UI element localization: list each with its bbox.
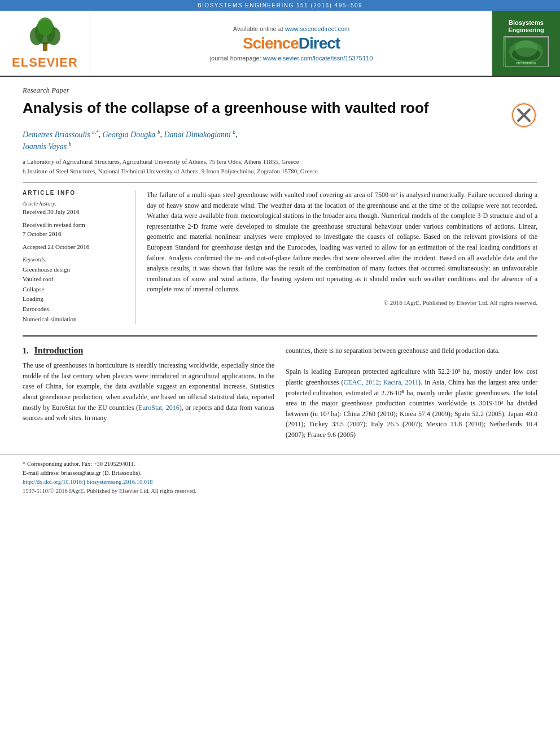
- email-note: E-mail address: briassou@aua.gr (D. Bria…: [23, 469, 537, 478]
- corresponding-author-note: * Corresponding author. Fax: +30 2105294…: [23, 460, 537, 469]
- author-vayas-sup: b: [69, 141, 72, 147]
- article-body: ARTICLE INFO Article history: Received 3…: [23, 190, 537, 324]
- accepted-date: Accepted 24 October 2016: [23, 243, 126, 251]
- introduction-right-text: countries, there is no separation betwee…: [286, 346, 537, 440]
- available-online-text: Available online at www.sciencedirect.co…: [233, 25, 349, 32]
- svg-point-8: [515, 40, 537, 57]
- journal-homepage-line: journal homepage: www.elsevier.com/locat…: [210, 55, 373, 62]
- section-divider: [23, 335, 537, 337]
- ceac-link[interactable]: CEAC, 2012: [343, 378, 379, 386]
- author-vayas[interactable]: Ioannis Vayas: [23, 142, 67, 151]
- author-dougka[interactable]: Georgia Dougka: [102, 130, 155, 139]
- author-briassoulis[interactable]: Demetres Briassoulis: [23, 130, 90, 139]
- keywords-label: Keywords:: [23, 256, 126, 263]
- received-date: Received 30 July 2016: [23, 208, 126, 216]
- journal-homepage-label: journal homepage:: [210, 55, 261, 62]
- keyword-item: Eurocodes: [23, 304, 126, 314]
- introduction-section: 1. Introduction The use of greenhouses i…: [23, 346, 537, 440]
- author-dimakogianni-sup: b: [233, 129, 235, 135]
- keyword-item: Greenhouse design: [23, 265, 126, 275]
- affiliation-b: b Institute of Steel Structures, Nationa…: [23, 167, 537, 176]
- eurostat-link[interactable]: EuroStat, 2016: [138, 404, 180, 412]
- svg-text:ENGINEERING: ENGINEERING: [516, 62, 536, 65]
- journal-cover-thumbnail-icon: ENGINEERING: [505, 37, 548, 67]
- keyword-item: Loading: [23, 294, 126, 304]
- journal-cover-image: ENGINEERING: [504, 36, 549, 67]
- journal-bar-text: BIOSYSTEMS ENGINEERING 151 (2016) 495–50…: [198, 2, 362, 8]
- affiliations: a Laboratory of Agricultural Structures,…: [23, 157, 537, 176]
- keyword-item: Vaulted roof: [23, 274, 126, 285]
- keywords-list: Greenhouse designVaulted roofCollapseLoa…: [23, 265, 126, 325]
- doi-link[interactable]: http://dx.doi.org/10.1016/j.biosystemsen…: [23, 478, 537, 487]
- content-area: Research Paper Analysis of the collapse …: [0, 77, 560, 445]
- introduction-left: 1. Introduction The use of greenhouses i…: [23, 346, 274, 440]
- footer-notes: * Corresponding author. Fax: +30 2105294…: [0, 455, 560, 495]
- sciencedirect-area: Available online at www.sciencedirect.co…: [90, 11, 492, 76]
- article-info-title: ARTICLE INFO: [23, 190, 126, 196]
- section-title: Introduction: [34, 346, 84, 356]
- svg-point-4: [37, 18, 53, 36]
- introduction-left-text: The use of greenhouses in horticulture i…: [23, 360, 274, 423]
- author-briassoulis-sup: a,*: [92, 129, 98, 135]
- crossmark-icon[interactable]: [510, 102, 537, 129]
- title-row: Analysis of the collapse of a greenhouse…: [23, 99, 537, 129]
- copyright-line: © 2016 IAgrE. Published by Elsevier Ltd.…: [147, 299, 537, 306]
- kacira-link[interactable]: Kacira, 2011: [383, 378, 418, 386]
- keyword-item: Numerical simulation: [23, 314, 126, 325]
- abstract-text: The failure of a multi-span steel greenh…: [147, 190, 537, 295]
- journal-homepage-url[interactable]: www.elsevier.com/locate/issn/15375110: [263, 55, 373, 62]
- introduction-right: countries, there is no separation betwee…: [286, 346, 537, 440]
- journal-bar: BIOSYSTEMS ENGINEERING 151 (2016) 495–50…: [0, 0, 560, 11]
- keyword-item: Collapse: [23, 285, 126, 295]
- available-online-url[interactable]: www.sciencedirect.com: [285, 25, 349, 32]
- history-label: Article history:: [23, 200, 126, 207]
- abstract-column: The failure of a multi-span steel greenh…: [147, 190, 537, 324]
- section-number: 1.: [23, 347, 29, 356]
- divider-1: [23, 182, 537, 183]
- journal-cover-area: Biosystems Engineering ENGINEERING: [492, 11, 560, 76]
- authors-line: Demetres Briassoulis a,*, Georgia Dougka…: [23, 129, 537, 152]
- issn-note: 1537-5110/© 2016 IAgrE. Published by Els…: [23, 487, 537, 496]
- article-title: Analysis of the collapse of a greenhouse…: [23, 99, 428, 117]
- doi-anchor[interactable]: http://dx.doi.org/10.1016/j.biosystemsen…: [23, 479, 153, 485]
- author-dimakogianni[interactable]: Danai Dimakogianni: [164, 130, 231, 139]
- sciencedirect-logo: ScienceDirect: [243, 34, 340, 53]
- author-dougka-sup: b: [158, 129, 160, 135]
- affiliation-a: a Laboratory of Agricultural Structures,…: [23, 157, 537, 167]
- article-type-label: Research Paper: [23, 86, 537, 95]
- section-heading: 1. Introduction: [23, 346, 274, 356]
- journal-cover-title: Biosystems Engineering: [497, 19, 555, 34]
- article-info-column: ARTICLE INFO Article history: Received 3…: [23, 190, 135, 324]
- revised-date: Received in revised form 7 October 2016: [23, 221, 126, 238]
- elsevier-wordmark: ELSEVIER: [12, 55, 78, 70]
- elsevier-logo-area: ELSEVIER: [0, 11, 90, 76]
- header: ELSEVIER Available online at www.science…: [0, 11, 560, 77]
- elsevier-tree-icon: [23, 16, 68, 53]
